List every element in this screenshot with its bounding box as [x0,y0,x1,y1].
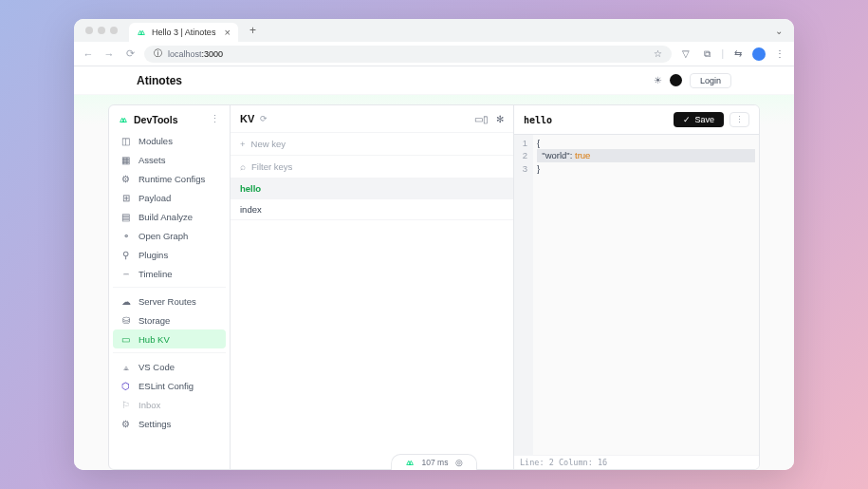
new-tab-button[interactable]: + [244,24,262,37]
login-button[interactable]: Login [690,73,731,88]
separator: | [721,48,724,59]
browser-tab[interactable]: Hello 3 | Atinotes × [129,23,238,42]
sidebar-item-settings[interactable]: ⚙Settings [113,414,226,433]
translate-icon[interactable]: ⇆ [731,48,745,59]
sidebar-item-label: Assets [139,155,166,165]
cog-icon: ⚙ [120,174,131,184]
app-title: Atinotes [137,74,182,87]
minimize-window-button[interactable] [98,27,105,34]
extensions-icon[interactable]: ⧉ [700,48,713,60]
docs-icon[interactable]: ▭▯ [474,114,489,124]
sidebar-separator [113,287,226,288]
sidebar-item-label: Timeline [139,269,173,279]
eslint-icon: ⬡ [120,381,131,391]
target-icon[interactable]: ◎ [455,458,463,467]
sidebar-item-label: Payload [139,193,171,203]
browser-menu-icon[interactable]: ⋮ [773,48,786,59]
sidebar-item-eslint[interactable]: ⬡ESLint Config [113,376,226,395]
sidebar-group-3: ⟁VS Code ⬡ESLint Config ⚐Inbox ⚙Settings [109,357,230,433]
kv-key-list: hello index [231,179,513,220]
grid-icon: ⊞ [120,193,131,203]
new-key-label: New key [251,139,286,149]
bookmark-icon: ⚐ [120,400,131,410]
content-shell: DevTools ⋮ ◫Modules ▦Assets ⚙Runtime Con… [74,95,794,470]
sidebar-item-vscode[interactable]: ⟁VS Code [113,357,226,376]
sidebar-item-storage[interactable]: ⛁Storage [113,310,226,329]
save-button[interactable]: ✓ Save [674,112,724,127]
sidebar-item-label: Build Analyze [139,212,193,222]
maximize-window-button[interactable] [110,27,118,34]
sidebar-group-1: ◫Modules ▦Assets ⚙Runtime Configs ⊞Paylo… [109,131,230,283]
nuxt-icon [405,459,415,466]
sidebar-item-build-analyze[interactable]: ▤Build Analyze [113,207,226,226]
new-key-button[interactable]: + New key [231,132,513,156]
sidebar-item-label: Open Graph [139,231,188,241]
tabs-dropdown-icon[interactable]: ⌄ [775,26,786,36]
kv-key-item[interactable]: hello [231,179,513,199]
bookmark-star-icon[interactable]: ☆ [654,48,662,59]
filter-icon[interactable]: ▽ [679,48,693,59]
main-panel: KV ⟳ ▭▯ ✻ + New key ⌕ Filter keys [231,105,759,469]
line-gutter: 123 [514,135,533,455]
sidebar-item-label: Runtime Configs [139,174,205,184]
site-info-icon[interactable]: ⓘ [154,47,162,60]
kv-key-name: hello [240,183,261,194]
github-icon[interactable] [670,74,682,86]
close-window-button[interactable] [85,27,93,34]
filter-keys-input[interactable]: ⌕ Filter keys [231,156,513,179]
sidebar-item-label: Modules [139,136,173,146]
settings-icon[interactable]: ✻ [496,114,504,124]
url-field[interactable]: ⓘ localhost:3000 ☆ [144,46,672,63]
sidebar-item-runtime-configs[interactable]: ⚙Runtime Configs [113,169,226,188]
sidebar-item-label: VS Code [139,362,175,372]
sidebar-item-label: Storage [139,315,170,326]
sidebar-item-label: Plugins [139,250,168,260]
timeline-icon: ⎓ [120,269,131,279]
code-editor[interactable]: 123 { "world": true} [514,135,759,455]
browser-window: Hello 3 | Atinotes × + ⌄ ← → ⟳ ⓘ localho… [74,19,794,470]
sidebar-item-label: Inbox [139,400,160,410]
sidebar-item-server-routes[interactable]: ☁Server Routes [113,292,226,310]
sidebar-item-payload[interactable]: ⊞Payload [113,188,226,207]
devtools-pill[interactable]: 107 ms ◎ [391,454,478,470]
check-icon: ✓ [683,115,691,124]
plug-icon: ⚲ [120,250,131,260]
tab-title: Hello 3 | Atinotes [152,28,215,37]
sidebar-header: DevTools ⋮ [109,105,230,131]
sidebar-item-modules[interactable]: ◫Modules [113,131,226,150]
forward-button[interactable]: → [102,48,116,60]
sidebar-more-icon[interactable]: ⋮ [210,113,220,125]
sidebar-item-timeline[interactable]: ⎓Timeline [113,264,226,283]
editor-panel: hello ✓ Save ⋮ 123 { "world": true} Line… [514,105,759,469]
refresh-icon[interactable]: ⟳ [260,114,268,123]
back-button[interactable]: ← [82,48,95,60]
kv-icon: ▭ [120,334,131,345]
sidebar-item-hub-kv[interactable]: ▭Hub KV [113,329,226,348]
cloud-icon: ☁ [120,296,131,307]
sidebar-item-assets[interactable]: ▦Assets [113,150,226,169]
tab-bar: Hello 3 | Atinotes × + ⌄ [74,19,794,42]
search-icon: ⌕ [240,161,246,172]
editor-current-key: hello [524,115,552,125]
sidebar-separator [113,352,226,353]
kv-title: KV [240,113,254,124]
image-icon: ▦ [120,155,131,165]
profile-avatar[interactable] [752,47,766,61]
sidebar-item-plugins[interactable]: ⚲Plugins [113,245,226,264]
database-icon: ⛁ [120,315,131,326]
sidebar-item-inbox[interactable]: ⚐Inbox [113,395,226,414]
reload-button[interactable]: ⟳ [123,47,137,60]
kv-key-item[interactable]: index [231,199,513,220]
close-tab-icon[interactable]: × [225,27,231,38]
editor-header: hello ✓ Save ⋮ [514,105,759,135]
sidebar-item-open-graph[interactable]: ⚬Open Graph [113,226,226,245]
settings-icon: ⚙ [120,419,131,429]
sidebar-item-label: ESLint Config [139,381,194,391]
puzzle-icon: ◫ [120,136,131,146]
save-button-label: Save [694,115,714,124]
kv-panel: KV ⟳ ▭▯ ✻ + New key ⌕ Filter keys [231,105,514,469]
plus-icon: + [240,139,246,149]
editor-menu-icon[interactable]: ⋮ [729,112,749,127]
theme-toggle-icon[interactable]: ☀ [654,75,662,85]
filter-placeholder: Filter keys [251,161,292,172]
